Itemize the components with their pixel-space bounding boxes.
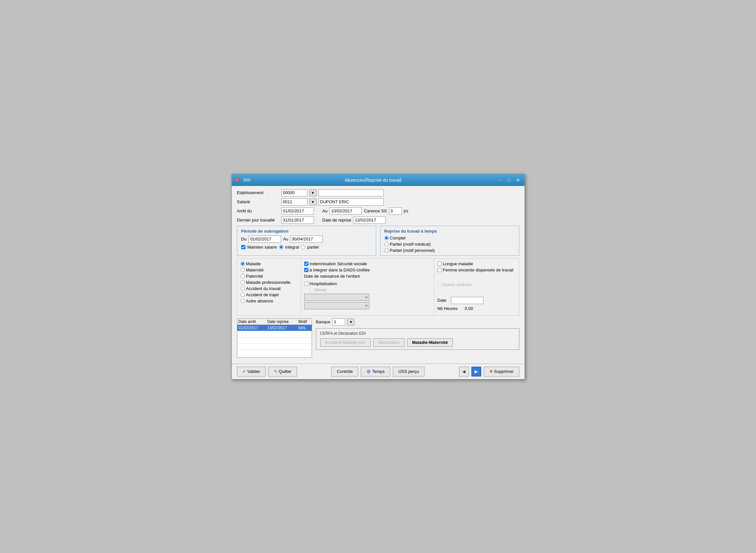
type-dropdown2[interactable] (304, 302, 369, 309)
table-row[interactable]: 01/02/2017 13/02/2017 MAL (237, 325, 312, 331)
hospitalisation-checkbox[interactable] (304, 282, 308, 286)
arret-label: Arrêt du (237, 209, 279, 213)
accident-travail-label: Accident du travail (246, 286, 281, 291)
close-button[interactable]: ✕ (514, 177, 522, 183)
paternite-row: Paternité (241, 274, 297, 279)
date-naissance-row: Date de naissance de l'enfant (304, 274, 431, 279)
absence-table-container: Date arrêt Date reprise Motif 01/02/2017… (237, 318, 312, 358)
date-reprise-input[interactable] (353, 217, 386, 224)
row-date-arret: 01/02/2017 (237, 325, 266, 331)
partiel-radio[interactable] (301, 245, 305, 249)
accident-trajet-radio[interactable] (241, 293, 245, 297)
autre-radio[interactable] (241, 299, 245, 303)
dropdown2-row (304, 302, 431, 309)
maladie-maternite-btn-label: Maladie-Maternité (412, 340, 448, 345)
prev-button[interactable]: ◀ (459, 367, 469, 377)
quitter-button[interactable]: ✎ Quitter (268, 367, 297, 377)
subrogation-dates-row: Du Au (241, 236, 372, 243)
cerfa-title: CERFA et Déclaration EDI (320, 331, 515, 336)
banque-row: Banque ▼ (316, 318, 519, 326)
maternite-radio[interactable] (241, 268, 245, 272)
window-title: Absences/Reprise du travail (250, 177, 495, 183)
mortel-checkbox[interactable] (309, 288, 314, 292)
controle-button[interactable]: Contrôle (331, 367, 358, 377)
autres-victimes-checkbox[interactable] (438, 283, 442, 287)
declaration-btn-label: Déclaration (378, 340, 400, 345)
dernier-jour-input[interactable] (281, 217, 314, 224)
complet-radio[interactable] (384, 236, 389, 240)
maximize-button[interactable]: □ (505, 177, 513, 183)
valider-label: Valider (248, 369, 261, 374)
du-label: Du (241, 237, 247, 241)
integral-label: intégral (285, 245, 299, 250)
etablissement-dropdown-btn[interactable]: ▼ (309, 189, 316, 196)
femme-enceinte-row: Femme enceinte dispensée de travail (438, 267, 516, 272)
accident-travail-radio[interactable] (241, 287, 245, 291)
app-id: 000 (244, 177, 251, 182)
au-input[interactable] (329, 208, 362, 215)
supprimer-button[interactable]: ✖ Supprimer (484, 367, 519, 377)
maintien-checkbox[interactable] (241, 245, 246, 249)
declaration-btn[interactable]: Déclaration (373, 338, 404, 347)
table-row[interactable] (237, 343, 312, 349)
paternite-radio[interactable] (241, 274, 245, 278)
subrogation-au-input[interactable] (290, 236, 323, 243)
maladie-pro-radio[interactable] (241, 280, 245, 285)
longue-maladie-checkbox[interactable] (438, 262, 442, 266)
banque-input[interactable] (332, 318, 345, 326)
arret-input[interactable] (281, 208, 314, 215)
secu-checkbox[interactable] (304, 262, 308, 266)
maladie-maternite-btn[interactable]: Maladie-Maternité (407, 338, 453, 347)
secu-row: Indemnisation Sécurité sociale (304, 261, 431, 266)
integral-radio[interactable] (279, 245, 283, 249)
valider-button[interactable]: ✔ Valider (237, 367, 266, 377)
banque-dropdown-btn[interactable]: ▼ (347, 318, 354, 326)
dads-checkbox[interactable] (304, 268, 308, 272)
table-row[interactable] (237, 337, 312, 343)
salarie-input[interactable] (281, 199, 307, 206)
partiel-perso-radio[interactable] (384, 248, 389, 252)
accident-maladie-btn[interactable]: Accident-Maladie pro. (320, 338, 371, 347)
carence-input[interactable] (389, 208, 402, 215)
partiel-medical-radio[interactable] (384, 242, 389, 246)
femme-enceinte-checkbox[interactable] (438, 268, 442, 272)
main-window: 000 Absences/Reprise du travail − □ ✕ Et… (231, 174, 525, 379)
subrogation-title: Période de subrogation (241, 229, 372, 234)
complet-row: Complet (384, 236, 515, 240)
ijss-button[interactable]: IJSS perçu (393, 367, 425, 377)
etablissement-input[interactable] (281, 189, 307, 196)
accident-maladie-btn-label: Accident-Maladie pro. (325, 340, 366, 345)
subrogation-du-input[interactable] (249, 236, 281, 243)
subrogation-section: Période de subrogation Du Au Maintien sa… (237, 226, 376, 256)
next-button[interactable]: ▶ (471, 367, 481, 377)
dads-row: à integrer dans la DADS-Unifiée (304, 267, 431, 272)
maladie-radio[interactable] (241, 262, 245, 266)
col-date-reprise: Date reprise (266, 319, 297, 325)
dropdown1-row (304, 294, 431, 301)
date-label: Date (438, 298, 446, 303)
quitter-label: Quitter (279, 369, 291, 374)
delete-icon: ✖ (489, 369, 493, 374)
maladie-pro-label: Maladie professionnelle (246, 280, 291, 285)
table-row[interactable] (237, 331, 312, 337)
femme-enceinte-label: Femme enceinte dispensée de travail (443, 267, 513, 272)
col-date-arret: Date arrêt (237, 319, 266, 325)
autres-victimes-row: Autres victimes (438, 282, 516, 287)
app-icon (234, 177, 241, 183)
salarie-name-input[interactable] (318, 199, 384, 206)
salarie-dropdown-btn[interactable]: ▼ (309, 199, 316, 206)
motifs-panel: Maladie Maternité Paternité Maladie prof… (237, 259, 301, 315)
etablissement-name-input[interactable] (318, 189, 384, 196)
temps-button[interactable]: ⊕ Temps (361, 367, 390, 377)
nb-heures-value: 0.00 (465, 306, 473, 311)
autre-row: Autre absence (241, 299, 297, 303)
cerfa-buttons: Accident-Maladie pro. Déclaration Maladi… (320, 338, 515, 347)
maintien-row: Maintien salaire intégral partiel (241, 245, 372, 250)
complet-label: Complet (390, 236, 405, 240)
type-dropdown1[interactable] (304, 294, 369, 301)
date-input[interactable] (451, 297, 483, 304)
mortel-row: Mortel (309, 288, 431, 292)
maladie-pro-row: Maladie professionnelle (241, 280, 297, 285)
minimize-button[interactable]: − (496, 177, 504, 183)
main-options-section: Maladie Maternité Paternité Maladie prof… (237, 258, 519, 316)
